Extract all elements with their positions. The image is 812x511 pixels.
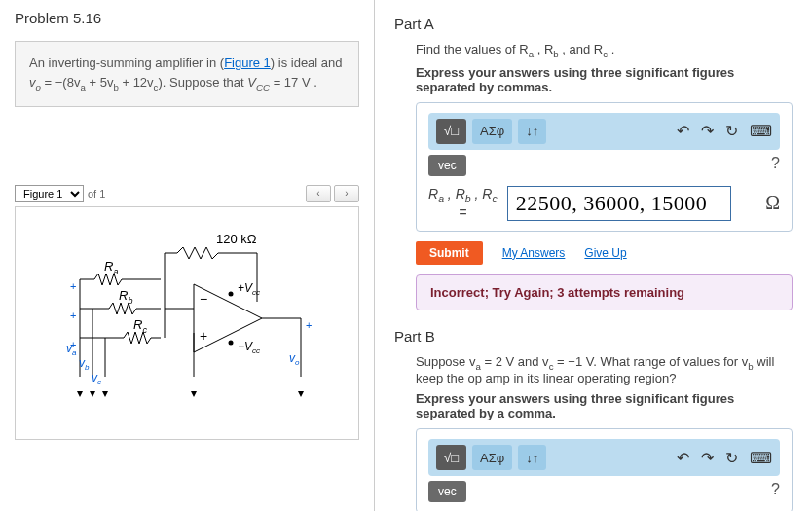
ground-arrows [77,391,304,397]
plus-c: + [70,339,76,350]
plus-a: + [70,280,76,292]
toolbar-b: √□ ΑΣφ ↓↑ ↶ ↷ ↻ ⌨ [428,439,780,476]
resistor-b [80,303,161,314]
vcc-minus-node [229,340,234,345]
eq: + 12v [119,75,154,90]
feedback-message: Incorrect; Try Again; 3 attempts remaini… [416,274,793,310]
submit-button[interactable]: Submit [416,241,483,265]
greek-button[interactable]: ΑΣφ [472,119,512,144]
vec-button-b[interactable]: vec [428,481,466,502]
subsup-button[interactable]: ↓↑ [518,119,546,144]
part-b-prompt: Suppose va = 2 V and vc = −1 V. What ran… [416,354,793,386]
plus-o: + [306,319,312,331]
figure-select[interactable]: Figure 1 [15,185,84,202]
vb-label: vb [79,356,90,372]
part-a-label: Part A [394,16,793,32]
unit-label: Ω [765,192,780,214]
reset-icon-b[interactable]: ↻ [725,449,738,467]
undo-icon-b[interactable]: ↶ [677,449,689,467]
undo-icon[interactable]: ↶ [677,122,689,140]
eq: = 17 V . [270,75,317,90]
eq: + 5v [86,75,114,90]
plus-b: + [70,310,76,321]
part-a-prompt: Find the values of Ra , Rb , and Rc . [416,42,793,59]
vec-button[interactable]: vec [428,155,466,176]
answer-input-a[interactable] [507,186,731,221]
redo-icon-b[interactable]: ↷ [701,449,714,467]
problem-title: Problem 5.16 [15,10,359,26]
feedback-r-label: 120 kΩ [216,232,257,246]
give-up-link[interactable]: Give Up [584,246,626,260]
resistor-c [80,332,161,344]
answer-box-b: √□ ΑΣφ ↓↑ ↶ ↷ ↻ ⌨ vec ? [416,428,793,511]
templates-button-b[interactable]: √□ [436,445,466,470]
text: An inverting-summing amplifier in ( [29,55,224,70]
plus-terminal: + [200,328,207,344]
help-icon[interactable]: ? [771,155,780,176]
my-answers-link[interactable]: My Answers [502,246,566,260]
prev-figure-button[interactable]: ‹ [306,185,331,202]
problem-statement: An inverting-summing amplifier in (Figur… [15,41,359,107]
vcc-plus-node [229,291,234,296]
vcc-minus-label: −Vcc [238,340,260,355]
text: ) is ideal and [271,55,343,70]
keyboard-icon-b[interactable]: ⌨ [750,449,772,467]
answer-vars: Ra , Rb , Rc = [428,186,498,220]
eq: = −(8v [41,75,80,90]
answer-box-a: √□ ΑΣφ ↓↑ ↶ ↷ ↻ ⌨ vec ? [416,102,793,232]
source-wires [80,279,301,377]
figure-count: of 1 [88,188,105,200]
sub: CC [256,81,270,91]
figure-canvas: 120 kΩ Ra Rb Rc − + +Vcc −Vcc [15,206,359,440]
figure-nav: Figure 1 of 1 ‹ › [15,185,359,202]
toolbar-a: √□ ΑΣφ ↓↑ ↶ ↷ ↻ ⌨ [428,113,780,150]
wire-join [165,279,194,338]
figure-link[interactable]: Figure 1 [224,55,271,70]
subsup-button-b[interactable]: ↓↑ [518,445,546,470]
help-icon-b[interactable]: ? [771,481,780,502]
part-b-label: Part B [394,328,793,345]
vc-label: vc [92,371,101,386]
reset-icon[interactable]: ↻ [725,122,738,140]
next-figure-button[interactable]: › [334,185,359,202]
resistor-a [80,274,161,285]
templates-button[interactable]: √□ [436,119,466,144]
redo-icon[interactable]: ↷ [701,122,714,140]
part-a-instruction: Express your answers using three signifi… [416,65,793,94]
text: Suppose that [169,75,247,90]
greek-button-b[interactable]: ΑΣφ [472,445,512,470]
vo-label: vo [289,351,300,367]
var: V [247,75,256,90]
feedback-resistor [177,247,257,259]
keyboard-icon[interactable]: ⌨ [750,122,772,140]
minus-terminal: − [200,291,207,307]
eq: ). [158,75,169,90]
part-b-instruction: Express your answers using three signifi… [416,391,793,420]
